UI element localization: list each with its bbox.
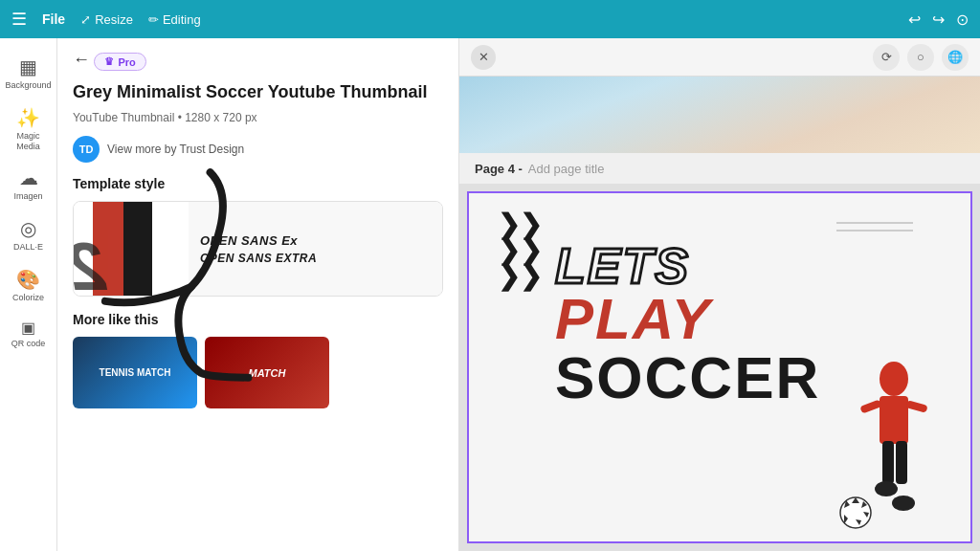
chevron-1: ❯❯ xyxy=(498,212,542,236)
imagen-icon: ☁ xyxy=(19,166,38,189)
magic-media-icon: ✨ xyxy=(16,106,40,129)
globe-button[interactable]: 🌐 xyxy=(942,44,969,71)
page-number-label: Page 4 - xyxy=(475,162,523,176)
style-card-text: OPEN SANS Ex OPEN SANS EXTRA xyxy=(189,202,442,296)
soccer-text-block: LETS PLAY SOCCER xyxy=(555,241,820,408)
chevron-3: ❯❯ xyxy=(498,264,542,288)
sidebar-item-imagen[interactable]: ☁ Imagen xyxy=(0,161,56,208)
template-title: Grey Minimalist Soccer Youtube Thumbnail xyxy=(73,81,443,103)
more-like-heading: More like this xyxy=(73,312,443,327)
player-silhouette xyxy=(817,350,970,541)
more-thumbnails: TENNIS MATCH MATCH xyxy=(73,337,443,408)
resize-icon: ⤢ xyxy=(80,12,91,27)
sidebar-item-qr-code[interactable]: ▣ QR code xyxy=(0,313,56,355)
crown-icon: ♛ xyxy=(104,55,114,68)
background-icon: ▦ xyxy=(19,55,37,78)
sidebar-item-dalle[interactable]: ◎ DALL·E xyxy=(0,211,56,258)
svg-rect-5 xyxy=(896,441,907,484)
canvas-area: ✕ ⟳ ○ 🌐 Page 4 - Add page title xyxy=(459,38,980,551)
main-layout: ▦ Background ✨ Magic Media ☁ Imagen ◎ DA… xyxy=(0,38,980,551)
avatar: TD xyxy=(73,136,100,163)
dalle-icon: ◎ xyxy=(20,217,36,240)
canvas-top-actions: ⟳ ○ 🌐 xyxy=(873,44,969,71)
thumbnail-match[interactable]: MATCH xyxy=(205,337,329,408)
design-canvas[interactable]: ❯❯ ❯❯ ❯❯ LETS PLAY SOCCER xyxy=(459,184,980,551)
resize-menu[interactable]: ⤢ Resize xyxy=(80,12,133,27)
svg-rect-4 xyxy=(882,441,894,484)
pro-badge: ♛ Pro xyxy=(94,53,145,71)
left-panel: ← ♛ Pro Grey Minimalist Soccer Youtube T… xyxy=(57,38,459,551)
sidebar-label-magic-media: Magic Media xyxy=(4,131,53,152)
style-card-preview: 2 xyxy=(74,202,189,296)
sidebar-icons: ▦ Background ✨ Magic Media ☁ Imagen ◎ DA… xyxy=(0,38,57,551)
thumbnail-tennis[interactable]: TENNIS MATCH xyxy=(73,337,197,408)
editing-label: Editing xyxy=(163,12,201,27)
sidebar-label-colorize: Colorize xyxy=(12,293,44,303)
edit-icon: ✏ xyxy=(148,12,159,27)
chevrons-decoration: ❯❯ ❯❯ ❯❯ xyxy=(498,212,542,289)
top-bar: ☰ File ⤢ Resize ✏ Editing ↩ ↪ ⊙ xyxy=(0,0,980,38)
canvas-preview-strip xyxy=(459,77,980,153)
resize-label: Resize xyxy=(95,12,133,27)
line-2 xyxy=(836,230,913,231)
share-icon[interactable]: ⊙ xyxy=(956,11,969,29)
svg-rect-2 xyxy=(859,399,881,413)
template-style-heading: Template style xyxy=(73,176,443,191)
canvas-top-bar: ✕ ⟳ ○ 🌐 xyxy=(459,38,980,77)
decorative-lines xyxy=(836,222,913,231)
file-menu[interactable]: File xyxy=(42,11,65,27)
colorize-icon: 🎨 xyxy=(16,268,40,291)
svg-point-6 xyxy=(875,481,898,496)
page-title-bar: Page 4 - Add page title xyxy=(459,153,980,184)
play-text: PLAY xyxy=(555,291,820,348)
qr-icon: ▣ xyxy=(21,319,35,337)
sidebar-label-background: Background xyxy=(5,80,51,91)
sidebar-label-dalle: DALL·E xyxy=(13,242,43,253)
player-svg xyxy=(817,350,951,541)
top-bar-actions: ↩ ↪ ⊙ xyxy=(908,11,969,29)
sidebar-label-imagen: Imagen xyxy=(13,191,42,202)
close-button[interactable]: ✕ xyxy=(471,45,496,70)
soccer-text: SOCCER xyxy=(555,348,820,408)
editing-menu[interactable]: ✏ Editing xyxy=(148,12,201,27)
page-title-input[interactable]: Add page title xyxy=(528,162,605,176)
lets-text: LETS xyxy=(555,241,820,291)
pro-label: Pro xyxy=(118,56,135,68)
line-1 xyxy=(836,222,913,224)
chevron-2: ❯❯ xyxy=(498,238,542,262)
rotate-button[interactable]: ⟳ xyxy=(873,44,900,71)
svg-rect-3 xyxy=(905,400,927,412)
redo-icon[interactable]: ↪ xyxy=(932,11,945,29)
style-font-name-line1: OPEN SANS Ex xyxy=(200,233,431,248)
thumb-tennis-label: TENNIS MATCH xyxy=(100,367,171,378)
canvas-document: ❯❯ ❯❯ ❯❯ LETS PLAY SOCCER xyxy=(467,191,972,543)
style-font-name-line2: OPEN SANS EXTRA xyxy=(200,252,431,265)
menu-icon[interactable]: ☰ xyxy=(11,9,27,30)
svg-point-7 xyxy=(892,496,915,511)
undo-icon[interactable]: ↩ xyxy=(908,11,921,29)
back-button[interactable]: ← xyxy=(73,50,90,70)
template-meta: YouTube Thumbnail • 1280 x 720 px xyxy=(73,111,443,124)
thumb-match-label: MATCH xyxy=(249,367,286,379)
sidebar-label-qr-code: QR code xyxy=(11,339,46,349)
author-name: View more by Trust Design xyxy=(107,143,244,156)
black-stripe-decoration xyxy=(123,202,152,296)
template-style-card[interactable]: 2 OPEN SANS Ex OPEN SANS EXTRA xyxy=(73,201,443,297)
svg-rect-1 xyxy=(880,396,908,444)
circle-button[interactable]: ○ xyxy=(907,44,934,71)
brush-stroke-decoration: 2 xyxy=(74,233,106,296)
soccer-background: ❯❯ ❯❯ ❯❯ LETS PLAY SOCCER xyxy=(469,193,970,541)
sidebar-item-background[interactable]: ▦ Background xyxy=(0,50,56,97)
svg-point-0 xyxy=(880,362,908,396)
author-row[interactable]: TD View more by Trust Design xyxy=(73,136,443,163)
sidebar-item-colorize[interactable]: 🎨 Colorize xyxy=(0,262,56,309)
sidebar-item-magic-media[interactable]: ✨ Magic Media xyxy=(0,100,56,158)
